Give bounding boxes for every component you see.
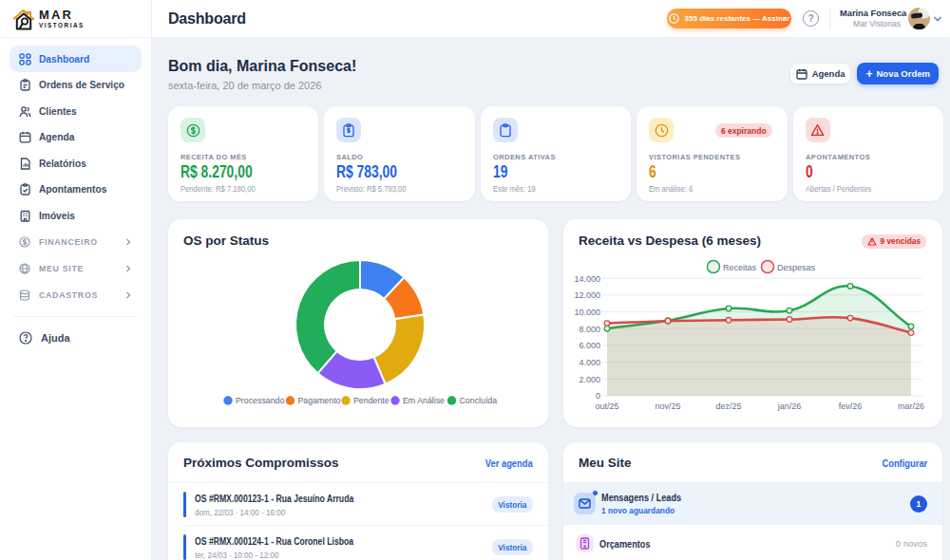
- svg-text:6.000: 6.000: [579, 341, 600, 350]
- svg-text:fev/26: fev/26: [839, 401, 863, 411]
- svg-text:Processando: Processando: [236, 396, 284, 405]
- svg-text:Receitas: Receitas: [723, 263, 757, 272]
- svg-text:mar/26: mar/26: [898, 401, 924, 411]
- svg-text:jan/26: jan/26: [777, 401, 802, 411]
- svg-text:0: 0: [596, 391, 600, 401]
- svg-text:2.000: 2.000: [579, 375, 600, 384]
- svg-text:nov/25: nov/25: [655, 401, 680, 411]
- svg-text:10.000: 10.000: [574, 308, 600, 317]
- svg-text:8.000: 8.000: [579, 325, 600, 334]
- svg-text:Em Análise: Em Análise: [403, 396, 445, 405]
- svg-text:Pendente: Pendente: [353, 396, 390, 405]
- svg-text:Concluída: Concluída: [460, 396, 498, 405]
- svg-text:out/25: out/25: [595, 401, 618, 411]
- svg-text:Despesas: Despesas: [777, 263, 816, 272]
- svg-text:Pagamento: Pagamento: [298, 396, 341, 405]
- svg-text:dez/25: dez/25: [715, 401, 741, 411]
- svg-text:12.000: 12.000: [574, 290, 600, 300]
- svg-text:14.000: 14.000: [574, 274, 600, 284]
- svg-text:4.000: 4.000: [579, 358, 600, 367]
